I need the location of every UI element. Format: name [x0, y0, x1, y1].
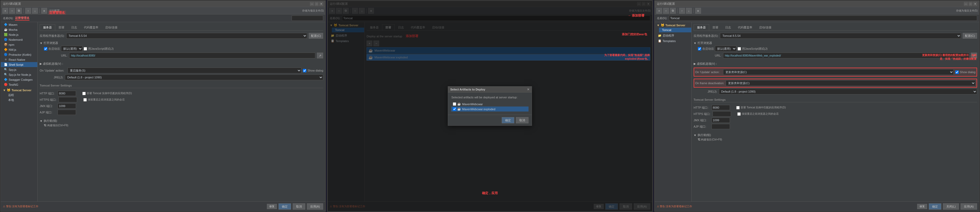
copy-config-btn[interactable]: ⧉ — [16, 8, 22, 14]
maximize-btn-p3[interactable]: □ — [969, 2, 972, 6]
http-port-input-p3[interactable] — [711, 105, 730, 110]
sidebar-reactnative[interactable]: ⚛ React Native — [1, 57, 37, 62]
tab-log-p1[interactable]: 日志 — [68, 24, 80, 30]
show-dialog-checkbox-p1[interactable] — [303, 69, 306, 72]
sidebar-npm[interactable]: 📦 npm — [1, 42, 37, 47]
apply-btn-p3[interactable]: 应用(A) — [961, 203, 977, 210]
https-port-input-p3[interactable] — [713, 111, 731, 116]
modal-close-btn[interactable]: ✕ — [527, 88, 530, 91]
add-config-btn[interactable]: + — [2, 8, 8, 14]
copy-config-btn-p3[interactable]: ⧉ — [670, 8, 676, 14]
before-launch-header-p3[interactable]: ▼ 执行前(组) — [694, 132, 977, 138]
tab-startup-p1[interactable]: 启动/连接 — [102, 24, 121, 30]
modal-item-2[interactable]: ☕ MavenWebcwar:exploded — [451, 107, 528, 112]
ok-btn-p1[interactable]: 确定 — [278, 203, 291, 210]
sidebar-tomcat-remote[interactable]: 远程 — [5, 92, 37, 97]
browser-select-p1[interactable]: 默认(通用) — [61, 46, 83, 51]
minimize-btn-p3[interactable]: — — [964, 2, 968, 6]
on-frame-select-p3[interactable]: 更新类和资源(C) — [726, 80, 975, 86]
url-input-p3[interactable] — [723, 53, 969, 58]
url-input-p1[interactable] — [69, 53, 315, 58]
modal-item-2-checkbox[interactable] — [453, 107, 456, 111]
show-dialog-checkbox-p3[interactable] — [955, 70, 959, 74]
jre-select-p3[interactable]: Default (1.8 - project 1090) — [719, 89, 977, 94]
ok-btn-p3[interactable]: 确定 — [929, 203, 941, 210]
tab-deploy-p1[interactable]: 部署 — [55, 24, 68, 30]
on-update-select-p1[interactable]: 重启服务(S) — [68, 68, 301, 73]
sidebar-launch-p3[interactable]: 📁 启动程序 — [655, 33, 691, 38]
sidebar-nodemonit[interactable]: 🔵 Nodemonit — [1, 37, 37, 42]
js-debug-checkbox-p1[interactable] — [84, 47, 87, 51]
http-port-input-p1[interactable] — [57, 91, 76, 96]
js-debug-checkbox-p3[interactable] — [738, 47, 741, 51]
fix-btn-p1[interactable]: 修复 — [267, 204, 277, 209]
jre-select-p1[interactable]: Default (1.8 - project 1090) — [65, 75, 323, 80]
close-btn-p3[interactable]: ✕ — [974, 2, 977, 6]
remove-config-btn-p3[interactable]: − — [663, 8, 669, 14]
cancel-btn-p1[interactable]: 取消 — [293, 203, 305, 210]
preserve-checkbox-p1[interactable] — [83, 98, 87, 102]
move-down-btn-p3[interactable]: ↓ — [686, 8, 692, 14]
app-server-select-p1[interactable]: Tomcat 8.5.54 — [66, 33, 307, 39]
modal-ok-btn[interactable]: 确定 — [502, 117, 514, 123]
vmargs-header-p1[interactable]: ▶ 虚拟机选项(V)： — [40, 61, 323, 67]
add-config-btn-p3[interactable]: + — [656, 8, 662, 14]
modal-cancel-btn[interactable]: 取消 — [516, 117, 528, 123]
deploy-tomcat-checkbox-p1[interactable] — [82, 92, 86, 95]
browser-header-p3[interactable]: ▼ 打开浏览器 — [694, 40, 977, 46]
sidebar-templates-p3[interactable]: 📋 Templates — [655, 38, 691, 43]
after-launch-checkbox-p1[interactable] — [44, 47, 47, 51]
filter-btn-p3[interactable]: ≡ — [695, 8, 701, 14]
tab-deploy-p3[interactable]: 部署 — [709, 24, 722, 30]
after-launch-checkbox-p3[interactable] — [698, 47, 701, 51]
ajp-port-input-p1[interactable] — [57, 110, 76, 115]
tab-log-p3[interactable]: 日志 — [722, 24, 734, 30]
sidebar-spyjs[interactable]: 🔍 Spy.js — [1, 67, 37, 72]
maximize-btn[interactable]: □ — [315, 2, 318, 6]
tab-coverage-p1[interactable]: 代码覆盖率 — [80, 24, 102, 30]
sidebar-tomcat-header-p3[interactable]: ▼ 🐱 Tomcat Server — [655, 22, 691, 28]
name-input-p3[interactable] — [669, 16, 977, 21]
cancel-btn-p3[interactable]: 关闭(L) — [943, 203, 959, 210]
jmx-port-input-p3[interactable] — [711, 118, 730, 123]
tab-startup-p3[interactable]: 启动/连接 — [756, 24, 775, 30]
tab-coverage-p3[interactable]: 代码覆盖率 — [734, 24, 756, 30]
remove-config-btn[interactable]: − — [9, 8, 15, 14]
tab-server-p3[interactable]: 服务器 — [694, 24, 709, 30]
jmx-port-input-p1[interactable] — [57, 104, 76, 108]
vmargs-header-p3[interactable]: ▶ 虚拟机选项(V)： — [694, 61, 977, 67]
modal-item-1-checkbox[interactable] — [453, 102, 456, 106]
move-up-btn-p3[interactable]: ↑ — [679, 8, 685, 14]
minimize-btn[interactable]: — — [310, 2, 314, 6]
ajp-port-input-p3[interactable] — [711, 124, 730, 129]
sidebar-tomcat-item-p3[interactable]: Tomcat — [659, 28, 691, 32]
browser-header-p1[interactable]: ▼ 打开浏览器 — [40, 40, 323, 46]
url-open-btn-p1[interactable]: ⇗ — [317, 53, 323, 58]
filter-btn[interactable]: ≡ — [41, 8, 47, 14]
url-open-btn-p3[interactable]: ⇗ — [971, 53, 977, 58]
configure-btn-p3[interactable]: 配置(C) — [963, 33, 977, 39]
https-port-input-p1[interactable] — [59, 97, 77, 102]
move-down-btn[interactable]: ↓ — [32, 8, 38, 14]
close-btn[interactable]: ✕ — [320, 2, 323, 6]
app-server-select-p3[interactable]: Tomcat 8.5.54 — [720, 33, 961, 39]
fix-btn-p3[interactable]: 修复 — [917, 204, 927, 209]
sidebar-shellscript[interactable]: 📄 Shell Script — [1, 62, 37, 67]
sidebar-mocha[interactable]: ☕ Mocha — [1, 27, 37, 32]
browser-select-p3[interactable]: 默认(通用) — [715, 46, 737, 51]
sidebar-protractor[interactable]: 🔵 Protractor (Kotlin) — [1, 52, 37, 57]
sidebar-nwjs[interactable]: 🔶 NW.js — [1, 47, 37, 52]
apply-btn-p1[interactable]: 应用(A) — [307, 203, 323, 210]
sidebar-testng[interactable]: 🔴 TestNG — [1, 82, 37, 87]
preserve-checkbox-p3[interactable] — [737, 112, 741, 116]
sidebar-maven[interactable]: 🔷 Maven — [1, 22, 37, 27]
on-update-select-p3[interactable]: 更新类和资源(C) — [723, 69, 954, 75]
name-input-p1[interactable] — [292, 16, 323, 21]
sidebar-nodejs[interactable]: 🟩 Node.js — [1, 32, 37, 37]
sidebar-spyjs-node[interactable]: 🔍 Spy.js for Node.js — [1, 72, 37, 77]
modal-item-1[interactable]: ☕ MavenWebcwar — [451, 102, 528, 107]
sidebar-swagger[interactable]: 🔷 Swagger Codegen — [1, 77, 37, 82]
tab-server-p1[interactable]: 服务器 — [40, 24, 55, 30]
deploy-tomcat-checkbox-p3[interactable] — [736, 106, 740, 109]
move-up-btn[interactable]: ↑ — [25, 8, 31, 14]
